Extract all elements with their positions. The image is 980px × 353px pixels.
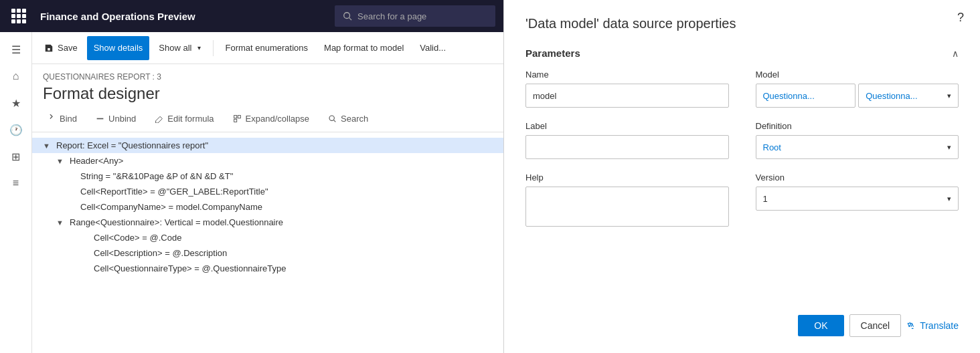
bottom-actions: OK Cancel Translate (525, 298, 959, 337)
tree-item[interactable]: Cell<Code> = @.Code (32, 230, 503, 245)
ok-button[interactable]: OK (798, 315, 843, 336)
favorites-icon[interactable]: ★ (4, 91, 28, 115)
expand-collapse-icon (233, 114, 242, 123)
model-select-chevron: ▾ (947, 92, 951, 100)
main-toolbar: Save Show details Show all ▾ Format enum… (32, 32, 503, 64)
version-select[interactable]: 1 ▾ (756, 187, 959, 211)
translate-icon (906, 321, 916, 330)
model-select-1[interactable]: Questionna... (756, 84, 856, 108)
tree-item[interactable]: ▼ Range<Questionnaire>: Vertical = model… (32, 215, 503, 230)
bind-button[interactable]: Bind (43, 111, 81, 126)
list-icon[interactable]: ≡ (4, 171, 28, 195)
label-input[interactable] (525, 135, 729, 159)
label-field-group: Label (525, 121, 729, 159)
search-small-icon (328, 114, 337, 123)
name-field-group: Name (525, 70, 729, 108)
version-field-group: Version 1 ▾ (756, 172, 959, 227)
svg-rect-2 (97, 118, 104, 120)
help-icon[interactable]: ? (957, 11, 964, 25)
tree-item[interactable]: Cell<CompanyName> = model.CompanyName (32, 199, 503, 215)
recent-icon[interactable]: 🕐 (4, 118, 28, 142)
home-icon[interactable]: ⌂ (4, 64, 28, 88)
svg-rect-4 (238, 116, 240, 118)
tree-toggle[interactable]: ▼ (56, 219, 67, 227)
tree-item[interactable]: String = "&R&10Page &P of &N &D &T" (32, 168, 503, 184)
app-title: Finance and Operations Preview (40, 11, 324, 22)
help-label: Help (525, 172, 729, 183)
hamburger-icon[interactable]: ☰ (4, 37, 28, 62)
label-label: Label (525, 121, 729, 131)
model-label: Model (756, 70, 959, 80)
name-label: Name (525, 70, 729, 80)
model-field-group: Model Questionna... Questionna... ▾ (756, 70, 959, 108)
definition-field-group: Definition Root ▾ (756, 121, 959, 159)
workspaces-icon[interactable]: ⊞ (4, 144, 28, 168)
search-icon (343, 11, 352, 21)
show-all-chevron: ▾ (197, 44, 201, 51)
breadcrumb: QUESTIONNAIRES REPORT : 3 (43, 72, 493, 82)
panel-section-header: Parameters ∧ (525, 47, 959, 59)
name-input[interactable] (525, 84, 729, 108)
svg-line-7 (334, 120, 336, 122)
toolbar-separator (213, 40, 214, 56)
svg-line-1 (349, 18, 352, 21)
bind-icon (47, 114, 56, 123)
collapse-icon[interactable]: ∧ (952, 48, 959, 59)
edit-formula-button[interactable]: Edit formula (151, 111, 218, 126)
app-grid-icon[interactable] (8, 5, 29, 27)
unbind-button[interactable]: Unbind (92, 111, 140, 126)
tree-item[interactable]: Cell<ReportTitle> = @"GER_LABEL:ReportTi… (32, 184, 503, 199)
tree-toggle[interactable]: ▼ (56, 157, 67, 165)
right-panel: ? 'Data model' data source properties Pa… (503, 0, 980, 353)
model-select-2[interactable]: Questionna... ▾ (858, 84, 959, 108)
svg-rect-3 (234, 116, 236, 118)
format-enumerations-button[interactable]: Format enumerations (219, 36, 315, 60)
help-textarea[interactable] (525, 187, 729, 227)
translate-button[interactable]: Translate (906, 320, 959, 331)
model-select-2-value: Questionna... (866, 91, 917, 101)
global-search[interactable]: Search for a page (335, 5, 495, 27)
parameters-form: Name Model Questionna... Questionna... ▾… (525, 70, 959, 227)
help-field-group: Help (525, 172, 729, 227)
unbind-icon (96, 114, 104, 123)
panel-title: 'Data model' data source properties (525, 16, 959, 31)
svg-rect-5 (234, 119, 236, 122)
svg-point-0 (344, 13, 350, 19)
validate-button[interactable]: Valid... (413, 36, 453, 60)
page-title: Format designer (43, 84, 493, 103)
svg-point-6 (329, 116, 334, 120)
page-header: QUESTIONNAIRES REPORT : 3 Format designe… (32, 64, 503, 106)
definition-value: Root (763, 142, 781, 152)
tree-item[interactable]: Cell<Description> = @.Description (32, 245, 503, 261)
tree-toggle[interactable]: ▼ (43, 142, 54, 150)
show-details-button[interactable]: Show details (87, 36, 150, 60)
format-tree: ▼ Report: Excel = "Questionnaires report… (32, 132, 503, 353)
tree-item[interactable]: ▼ Header<Any> (32, 153, 503, 168)
left-sidebar: ☰ ⌂ ★ 🕐 ⊞ ≡ (0, 32, 32, 353)
version-label: Version (756, 172, 959, 183)
secondary-toolbar: Bind Unbind Edit formula Expand/collapse… (32, 106, 503, 132)
save-icon (44, 43, 54, 53)
definition-label: Definition (756, 121, 959, 131)
definition-chevron: ▾ (947, 143, 951, 152)
expand-collapse-button[interactable]: Expand/collapse (229, 111, 313, 126)
model-select-1-value: Questionna... (763, 91, 815, 101)
tree-item[interactable]: Cell<QuestionnaireType> = @.Questionnair… (32, 261, 503, 276)
edit-formula-icon (155, 114, 163, 123)
search-placeholder: Search for a page (357, 11, 426, 21)
section-label: Parameters (525, 47, 580, 59)
map-format-to-model-button[interactable]: Map format to model (317, 36, 410, 60)
top-navbar: Finance and Operations Preview Search fo… (0, 0, 503, 32)
version-chevron: ▾ (947, 195, 951, 203)
definition-select[interactable]: Root ▾ (756, 135, 959, 159)
cancel-button[interactable]: Cancel (849, 314, 902, 337)
search-button[interactable]: Search (324, 111, 372, 126)
version-value: 1 (763, 194, 768, 204)
save-button[interactable]: Save (37, 36, 84, 60)
tree-item[interactable]: ▼ Report: Excel = "Questionnaires report… (32, 138, 503, 153)
show-all-button[interactable]: Show all ▾ (152, 36, 207, 60)
